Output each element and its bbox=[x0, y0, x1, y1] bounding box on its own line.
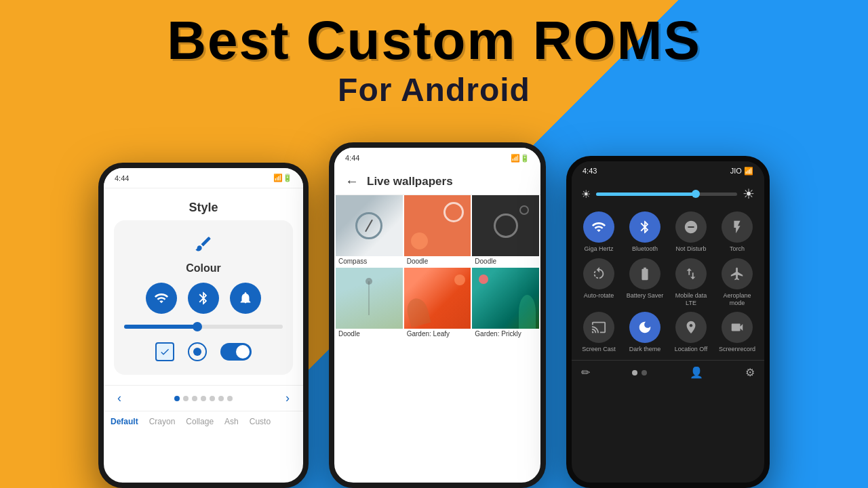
tile-dnd[interactable]: Not Disturb bbox=[671, 211, 711, 253]
carrier-right: JIO 📶 bbox=[730, 167, 753, 176]
compass-label: Compass bbox=[336, 256, 403, 266]
wp-doodle1-item[interactable]: Doodle bbox=[404, 195, 471, 266]
qs-bottom-bar: ✏ 👤 ⚙ bbox=[572, 360, 764, 384]
nav-next[interactable]: › bbox=[285, 391, 290, 405]
tile-cast[interactable]: Screen Cast bbox=[578, 312, 619, 353]
carrier-label: JIO bbox=[730, 167, 742, 175]
tile-screenrecord[interactable]: Screenrecord bbox=[717, 312, 757, 353]
brightness-low-icon: ☀ bbox=[581, 188, 591, 201]
colour-slider[interactable] bbox=[124, 325, 283, 329]
phone-right: 4:43 JIO 📶 ☀ ☀ Giga Hertz bbox=[566, 156, 770, 488]
nav-prev[interactable]: ‹ bbox=[117, 391, 121, 405]
wp-doodle2-item[interactable]: Doodle bbox=[472, 195, 539, 266]
wp-garden-leafy-item[interactable]: Garden: Leafy bbox=[404, 268, 471, 339]
wp-compass-item[interactable]: Compass bbox=[336, 195, 403, 266]
rotate-tile-icon bbox=[583, 258, 614, 289]
time-mid: 4:44 bbox=[345, 154, 359, 162]
wp-doodle2-thumb bbox=[472, 195, 539, 256]
bottom-dot-1 bbox=[632, 370, 637, 375]
dnd-tile-icon bbox=[675, 211, 707, 243]
brightness-high-icon: ☀ bbox=[743, 186, 755, 202]
tile-aeroplane-label: Aeroplane mode bbox=[717, 292, 757, 307]
tile-giga-hertz[interactable]: Giga Hertz bbox=[578, 211, 619, 253]
nav-dot-1 bbox=[174, 396, 180, 401]
tile-battery-saver-label: Battery Saver bbox=[627, 292, 664, 300]
tile-aeroplane[interactable]: Aeroplane mode bbox=[717, 258, 757, 307]
wallpaper-title: Live wallpapers bbox=[367, 175, 453, 188]
tile-dnd-label: Not Disturb bbox=[675, 245, 706, 253]
compass-circle bbox=[355, 212, 382, 239]
tile-autorotate[interactable]: Auto-rotate bbox=[578, 258, 619, 307]
wp-garden-prickly-item[interactable]: Garden: Prickly bbox=[472, 268, 539, 339]
doodle3-dot bbox=[366, 278, 372, 285]
tile-screenrecord-label: Screenrecord bbox=[719, 346, 755, 353]
toggle-ball bbox=[236, 345, 250, 359]
tile-dark-theme[interactable]: Dark theme bbox=[625, 312, 665, 353]
leaf-dot bbox=[454, 274, 465, 285]
leaf-shape1 bbox=[404, 296, 431, 327]
nav-dot-2 bbox=[183, 396, 189, 401]
time-left: 4:44 bbox=[115, 174, 129, 182]
user-icon[interactable]: 👤 bbox=[690, 366, 703, 379]
doodle3-line bbox=[369, 281, 370, 315]
wallpaper-header: ← Live wallpapers bbox=[334, 168, 540, 195]
style-title: Style bbox=[114, 201, 293, 215]
title-container: Best Custom ROMS For Android bbox=[0, 14, 868, 108]
main-title: Best Custom ROMS bbox=[0, 14, 868, 68]
phone-mid: 4:44 📶🔋 ← Live wallpapers Compass bbox=[329, 142, 546, 488]
doodle-shape2 bbox=[411, 232, 428, 249]
nav-dot-5 bbox=[210, 396, 215, 401]
brightness-track[interactable] bbox=[596, 192, 737, 196]
wp-doodle3-item[interactable]: Doodle bbox=[336, 268, 403, 339]
toggle-switch[interactable] bbox=[220, 343, 252, 361]
status-bar-right: 4:43 JIO 📶 bbox=[572, 161, 764, 180]
tile-torch[interactable]: Torch bbox=[717, 211, 757, 253]
tile-battery-saver[interactable]: Battery Saver bbox=[625, 258, 665, 307]
plane-tile-icon bbox=[722, 258, 753, 289]
data-tile-icon bbox=[675, 258, 707, 289]
icons-mid: 📶🔋 bbox=[511, 154, 530, 163]
tile-bluetooth[interactable]: Bluetooth bbox=[625, 211, 665, 253]
tile-mobile-data[interactable]: Mobile data LTE bbox=[671, 258, 711, 307]
nav-dot-7 bbox=[227, 396, 233, 401]
doodle2-shape bbox=[494, 214, 518, 238]
wp-doodle3-thumb bbox=[336, 268, 403, 329]
colour-icon bbox=[193, 234, 214, 254]
tile-giga-hertz-label: Giga Hertz bbox=[584, 245, 613, 253]
tab-default[interactable]: Default bbox=[111, 417, 138, 426]
colour-circles bbox=[146, 283, 261, 314]
tile-autorotate-label: Auto-rotate bbox=[584, 292, 614, 300]
tab-ash[interactable]: Ash bbox=[224, 417, 239, 426]
doodle2-shape2 bbox=[519, 205, 529, 215]
nav-dot-4 bbox=[201, 396, 206, 401]
edit-icon[interactable]: ✏ bbox=[581, 366, 590, 379]
wallpaper-row-1: Compass Doodle Doodle bbox=[336, 195, 539, 266]
tab-crayon[interactable]: Crayon bbox=[149, 417, 176, 426]
bottom-dot-2 bbox=[642, 370, 647, 375]
colour-label: Colour bbox=[186, 262, 221, 274]
phone-left: 4:44 📶🔋 Style Colour bbox=[98, 163, 309, 488]
back-button[interactable]: ← bbox=[345, 174, 359, 189]
brightness-row: ☀ ☀ bbox=[572, 180, 764, 207]
settings-icon[interactable]: ⚙ bbox=[745, 366, 755, 379]
wp-garden-leafy-thumb bbox=[404, 268, 471, 329]
slider-thumb bbox=[193, 322, 202, 331]
radio-icon bbox=[188, 342, 207, 361]
tile-location[interactable]: Location Off bbox=[671, 312, 711, 353]
cast-tile-icon bbox=[583, 312, 614, 343]
compass-needle bbox=[365, 220, 373, 232]
sub-title: For Android bbox=[0, 71, 868, 108]
tab-collage[interactable]: Collage bbox=[186, 417, 214, 426]
tab-custom[interactable]: Custo bbox=[250, 417, 271, 426]
location-tile-icon bbox=[675, 312, 707, 343]
prickly-dot bbox=[479, 274, 488, 284]
radio-inner bbox=[193, 348, 201, 356]
wp-compass-thumb bbox=[336, 195, 403, 256]
bluetooth-tile-icon bbox=[629, 211, 660, 243]
quick-settings-grid: Giga Hertz Bluetooth Not Disturb Torch bbox=[572, 207, 764, 357]
tile-dark-theme-label: Dark theme bbox=[629, 346, 661, 353]
phones-container: 4:44 📶🔋 Style Colour bbox=[0, 142, 868, 488]
wallpaper-row-2: Doodle Garden: Leafy Garden: P bbox=[336, 268, 539, 339]
phone-nav: ‹ › bbox=[104, 385, 303, 411]
time-right: 4:43 bbox=[583, 167, 597, 175]
